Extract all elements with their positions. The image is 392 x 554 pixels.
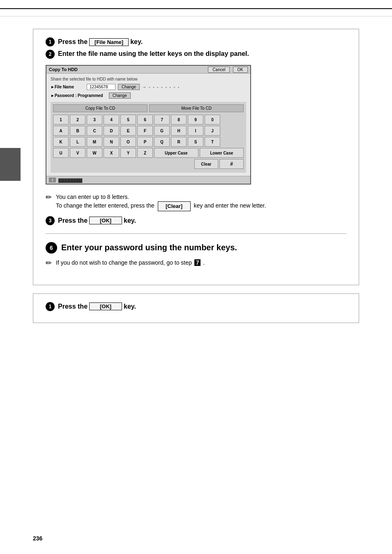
key-3[interactable]: 3 — [87, 115, 102, 125]
step-1-circle: 1 — [46, 37, 55, 46]
screen-arrow: → — [142, 85, 146, 89]
copy-move-row: Copy File To CD Move File To CD — [53, 104, 244, 112]
left-sidebar-tab — [0, 148, 21, 181]
letter-row-a: A B C D E F G H I J — [53, 126, 244, 136]
step-6-text: Enter your password using the number key… — [61, 243, 237, 252]
key-clear[interactable]: Clear — [194, 159, 219, 169]
key-C[interactable]: C — [87, 126, 102, 136]
key-O[interactable]: O — [120, 137, 136, 147]
key-H[interactable]: H — [171, 126, 187, 136]
note-2-text-before: If you do not wish to change the passwor… — [56, 259, 192, 266]
step-2-line: 2 Enter the file name using the letter k… — [46, 50, 346, 59]
key-I[interactable]: I — [188, 126, 203, 136]
page-bar: ▓▓▓▓▓▓▓▓ — [58, 178, 82, 182]
bottom-step-1-key: [OK] — [89, 302, 122, 310]
screen-bottom-bar: 1 ▓▓▓▓▓▓▓▓ — [46, 176, 250, 184]
key-0[interactable]: 0 — [205, 115, 220, 125]
key-M[interactable]: M — [87, 137, 102, 147]
key-R[interactable]: R — [171, 137, 187, 147]
key-X[interactable]: X — [104, 148, 119, 158]
key-Z[interactable]: Z — [137, 148, 153, 158]
key-W[interactable]: W — [87, 148, 102, 158]
key-S[interactable]: S — [188, 137, 203, 147]
key-E[interactable]: E — [120, 126, 136, 136]
key-Y[interactable]: Y — [120, 148, 136, 158]
top-border — [0, 8, 392, 16]
key-D[interactable]: D — [104, 126, 119, 136]
step-3-text-after: key. — [124, 217, 136, 224]
screen-subtitle: Share the selected file to HDD with name… — [51, 77, 246, 81]
bottom-step-1-circle: 1 — [46, 302, 55, 311]
note-1-line-2: To change the letter entered, press the … — [56, 201, 266, 211]
key-9[interactable]: 9 — [188, 115, 203, 125]
step-3-text-before: Press the — [58, 217, 88, 224]
keyboard-section: Copy File To CD Move File To CD 1 2 3 4 … — [51, 102, 246, 173]
key-lower-case[interactable]: Lower Case — [200, 148, 244, 158]
screen-body: Share the selected file to HDD with name… — [46, 74, 250, 176]
screen-password-row: ►Password : Programmed Change — [51, 92, 246, 99]
key-Q[interactable]: Q — [154, 137, 170, 147]
note-1-line-2b: key and enter the new letter. — [194, 202, 266, 209]
note-1-text: You can enter up to 8 letters. To change… — [56, 193, 266, 211]
key-V[interactable]: V — [70, 148, 85, 158]
screen-cancel-btn[interactable]: Cancel — [208, 67, 230, 73]
bottom-step-1-line: 1 Press the [OK] key. — [46, 302, 346, 311]
step-3-circle: 3 — [46, 216, 55, 225]
key-F[interactable]: F — [137, 126, 153, 136]
screen-password-label: ►Password : Programmed — [51, 93, 103, 98]
screen-filename-value: 12345678 — [87, 84, 115, 90]
key-5[interactable]: 5 — [120, 115, 136, 125]
screen-dashes: - - - - - - - - — [149, 85, 180, 89]
letter-row-k: K L M N O P Q R S T — [53, 137, 244, 147]
key-8[interactable]: 8 — [171, 115, 187, 125]
key-4[interactable]: 4 — [104, 115, 119, 125]
key-2[interactable]: 2 — [70, 115, 85, 125]
screen-password-change-btn[interactable]: Change — [109, 92, 131, 99]
note-1-line-2a: To change the letter entered, press the — [56, 202, 154, 209]
key-upper-case[interactable]: Upper Case — [154, 148, 198, 158]
key-A[interactable]: A — [53, 126, 69, 136]
note-1: ✏ You can enter up to 8 letters. To chan… — [46, 193, 346, 211]
key-L[interactable]: L — [70, 137, 85, 147]
main-content: 1 Press the [File Name] key. 2 Enter the… — [0, 29, 392, 323]
key-G[interactable]: G — [154, 126, 170, 136]
section-1: 1 Press the [File Name] key. 2 Enter the… — [33, 29, 359, 285]
key-hash[interactable]: # — [219, 159, 244, 169]
step-1-line: 1 Press the [File Name] key. — [46, 37, 346, 46]
page-indicator: 1 — [49, 178, 56, 182]
pencil-icon-2: ✏ — [46, 259, 52, 268]
key-J[interactable]: J — [205, 126, 220, 136]
key-U[interactable]: U — [53, 148, 69, 158]
divider-1 — [46, 233, 346, 234]
screen-title-bar: Copy To HDD Cancel OK — [46, 66, 250, 74]
key-K[interactable]: K — [53, 137, 69, 147]
step-ref-badge: 7 — [194, 259, 201, 266]
bottom-step-1-text-after: key. — [124, 303, 136, 310]
page-container: 1 Press the [File Name] key. 2 Enter the… — [0, 0, 392, 554]
copy-file-btn[interactable]: Copy File To CD — [53, 104, 148, 112]
step-6-circle: 6 — [46, 242, 57, 254]
move-file-btn[interactable]: Move File To CD — [149, 104, 244, 112]
step-2-circle: 2 — [46, 50, 55, 59]
step-3-line: 3 Press the [OK] key. — [46, 216, 346, 225]
key-T[interactable]: T — [205, 137, 220, 147]
key-7[interactable]: 7 — [154, 115, 170, 125]
clear-key-label: [Clear] — [158, 201, 191, 211]
screen-filename-row: ►File Name 12345678 Change → - - - - - -… — [51, 84, 246, 90]
step-1-key: [File Name] — [89, 38, 129, 46]
key-B[interactable]: B — [70, 126, 85, 136]
note-2-text: If you do not wish to change the passwor… — [56, 259, 205, 267]
key-N[interactable]: N — [104, 137, 119, 147]
key-6[interactable]: 6 — [137, 115, 153, 125]
screen-ok-btn[interactable]: OK — [233, 67, 248, 73]
screen-filename-change-btn[interactable]: Change — [118, 84, 140, 90]
key-1[interactable]: 1 — [53, 115, 69, 125]
note-1-line-1: You can enter up to 8 letters. — [56, 193, 266, 201]
screen-title-buttons: Cancel OK — [206, 67, 248, 72]
step-2-text: Enter the file name using the letter key… — [58, 50, 249, 58]
step-6-line: 6 Enter your password using the number k… — [46, 242, 346, 254]
letter-row-u: U V W X Y Z Upper Case Lower Case — [53, 148, 244, 158]
page-number: 236 — [33, 535, 42, 542]
number-key-row: 1 2 3 4 5 6 7 8 9 0 — [53, 115, 244, 125]
key-P[interactable]: P — [137, 137, 153, 147]
